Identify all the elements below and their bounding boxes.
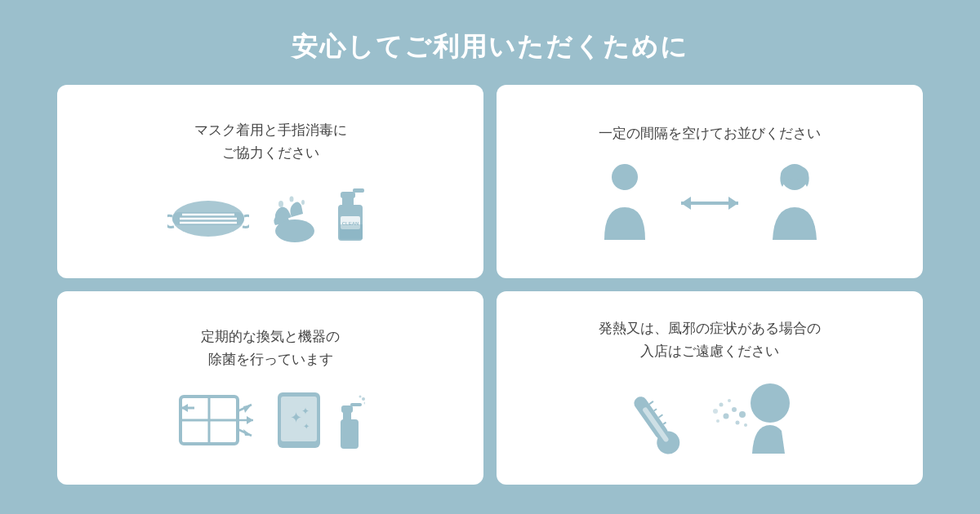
page-title: 安心してご利用いただくために <box>292 29 688 65</box>
svg-point-8 <box>301 200 305 205</box>
svg-point-6 <box>278 201 283 207</box>
card-fever-text: 発熱又は、風邪の症状がある場合の入店はご遠慮ください <box>599 317 821 361</box>
svg-point-60 <box>713 409 718 414</box>
svg-point-42 <box>359 395 361 397</box>
person-right-icon <box>766 162 823 244</box>
person-left-icon <box>596 162 653 244</box>
svg-point-54 <box>724 413 729 419</box>
svg-point-55 <box>736 420 740 424</box>
svg-line-47 <box>649 401 653 404</box>
svg-text:✦: ✦ <box>290 410 302 426</box>
ventilation-icon <box>176 388 254 454</box>
card-ventilation-text: 定期的な換気と機器の除菌を行っています <box>201 326 340 370</box>
svg-point-59 <box>744 423 747 427</box>
svg-marker-25 <box>181 404 188 412</box>
hand-wash-icon <box>269 186 322 247</box>
card-fever-icons <box>618 380 801 462</box>
svg-rect-46 <box>642 406 670 442</box>
double-arrow-icon <box>673 183 746 224</box>
svg-point-58 <box>716 419 719 423</box>
svg-point-5 <box>275 219 314 242</box>
svg-text:✦: ✦ <box>303 422 310 431</box>
main-grid: マスク着用と手指消毒にご協力ください <box>57 85 923 485</box>
svg-rect-40 <box>350 403 362 406</box>
svg-point-53 <box>732 407 737 412</box>
svg-point-41 <box>362 397 365 401</box>
svg-point-7 <box>290 196 294 202</box>
svg-point-52 <box>739 411 746 418</box>
svg-marker-29 <box>247 416 253 424</box>
svg-rect-37 <box>341 419 359 449</box>
svg-point-51 <box>751 383 790 423</box>
svg-line-49 <box>659 414 663 417</box>
card-mask-icons: CLEAN <box>167 182 373 247</box>
svg-point-16 <box>612 164 638 190</box>
svg-marker-27 <box>243 405 252 413</box>
svg-rect-15 <box>340 224 363 239</box>
card-ventilation: 定期的な換気と機器の除菌を行っています <box>57 291 483 485</box>
sanitizer-bottle-icon: CLEAN <box>328 182 373 247</box>
svg-rect-12 <box>353 188 364 193</box>
card-mask: マスク着用と手指消毒にご協力ください <box>57 85 483 278</box>
tablet-icon: ✦ ✦ ✦ <box>274 388 329 454</box>
svg-point-56 <box>719 402 724 406</box>
svg-marker-18 <box>681 197 691 210</box>
svg-point-43 <box>363 401 365 404</box>
svg-text:✦: ✦ <box>301 405 310 417</box>
card-mask-text: マスク着用と手指消毒にご協力ください <box>194 119 347 163</box>
svg-rect-11 <box>341 192 355 198</box>
card-ventilation-icons: ✦ ✦ ✦ <box>176 388 365 454</box>
card-distance: 一定の間隔を空けてお並びください <box>497 85 923 278</box>
card-distance-text: 一定の間隔を空けてお並びください <box>599 122 821 144</box>
thermometer-icon <box>604 374 706 476</box>
card-distance-icons <box>596 162 823 244</box>
svg-rect-39 <box>341 405 353 413</box>
sneeze-icon <box>711 380 801 462</box>
mask-icon <box>167 188 249 241</box>
svg-marker-19 <box>728 197 738 210</box>
spray-bottle-icon <box>334 395 365 454</box>
svg-point-57 <box>728 399 731 402</box>
svg-line-50 <box>663 422 666 423</box>
card-fever: 発熱又は、風邪の症状がある場合の入店はご遠慮ください <box>497 291 923 485</box>
svg-line-48 <box>654 409 657 410</box>
